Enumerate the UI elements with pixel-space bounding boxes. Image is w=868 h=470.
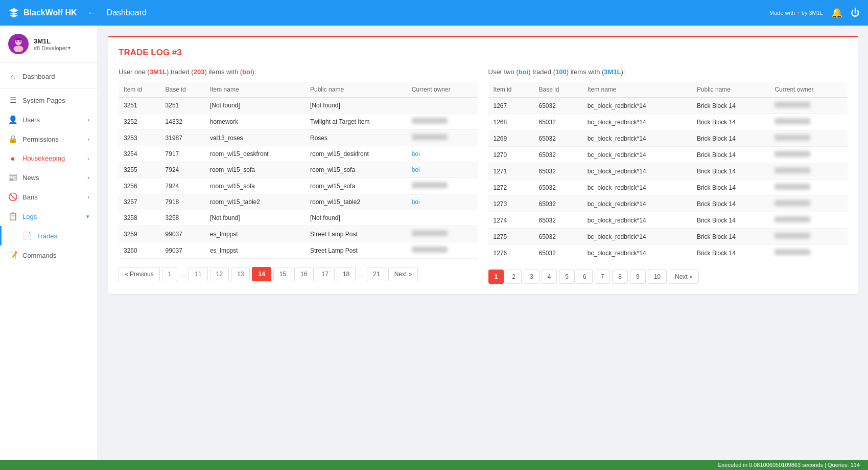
cell-item-name: bc_block_redbrick*14 — [582, 147, 692, 163]
col-public-name-left: Public name — [305, 82, 407, 98]
sidebar-item-logs[interactable]: 📋 Logs ▾ — [0, 207, 98, 226]
cell-base-id: 31987 — [160, 130, 205, 146]
page-btn-14-left[interactable]: 14 — [252, 267, 271, 281]
cell-item-id: 1270 — [488, 147, 534, 163]
user-two-partner: 3M1L — [604, 68, 621, 76]
cell-item-name: room_wl15_sofa — [205, 178, 305, 194]
sidebar-label-users: Users — [22, 116, 40, 124]
cell-item-id: 3254 — [119, 146, 160, 162]
main-content: TRADE LOG #3 User one (3M1L) traded (203… — [98, 26, 868, 460]
cell-owner — [407, 98, 478, 114]
trade-table-left: Item id Base id Item name Public name Cu… — [119, 82, 478, 259]
cell-item-name: bc_block_redbrick*14 — [582, 180, 692, 196]
owner-value-blurred — [775, 167, 810, 173]
page-btn-1-left[interactable]: 1 — [162, 267, 178, 281]
cell-item-name: es_lmppst — [205, 226, 305, 242]
sidebar-item-users[interactable]: 👤 Users › — [0, 110, 98, 129]
page-btn-1-right[interactable]: 1 — [488, 270, 504, 284]
cell-base-id: 65032 — [533, 147, 582, 163]
news-icon: 📰 — [8, 173, 17, 182]
page-btn-6-right[interactable]: 6 — [577, 270, 593, 284]
page-btn-5-right[interactable]: 5 — [559, 270, 575, 284]
table-row: 3257 7918 room_wl15_table2 room_wl15_tab… — [119, 194, 478, 210]
back-button[interactable]: ← — [87, 8, 97, 18]
page-btn-2-right[interactable]: 2 — [506, 270, 522, 284]
brand-icon — [8, 7, 19, 18]
table-row: 3252 14332 homework Twilight at Target I… — [119, 114, 478, 130]
table-row: 1267 65032 bc_block_redbrick*14 Brick Bl… — [488, 98, 848, 114]
owner-value-blurred — [412, 182, 448, 188]
cell-base-id: 3251 — [160, 98, 205, 114]
notification-icon[interactable]: 🔔 — [831, 7, 842, 18]
sidebar-item-news[interactable]: 📰 News › — [0, 168, 98, 187]
owner-value-blurred — [775, 200, 810, 206]
cell-owner: boi — [407, 146, 478, 162]
cell-base-id: 3258 — [160, 210, 205, 226]
owner-value-blurred — [412, 118, 448, 124]
sidebar-label-dashboard: Dashboard — [22, 73, 55, 80]
housekeeping-chevron: › — [87, 155, 89, 162]
cell-item-id: 3260 — [119, 242, 160, 259]
page-btn-13-left[interactable]: 13 — [231, 267, 250, 281]
next-button-right[interactable]: Next » — [669, 270, 699, 284]
nav-divider-1 — [0, 88, 98, 88]
page-btn-21-left[interactable]: 21 — [367, 267, 386, 281]
trade-header-right: User two (boi) traded (100) items with (… — [488, 68, 848, 76]
page-btn-15-left[interactable]: 15 — [273, 267, 292, 281]
page-btn-9-right[interactable]: 9 — [630, 270, 646, 284]
owner-value-blurred — [775, 135, 810, 141]
table-row: 3255 7924 room_wl15_sofa room_wl15_sofa … — [119, 162, 478, 178]
page-btn-16-left[interactable]: 16 — [294, 267, 313, 281]
table-row: 1274 65032 bc_block_redbrick*14 Brick Bl… — [488, 212, 848, 229]
next-button-left[interactable]: Next » — [388, 267, 418, 281]
brand-name: BlackWolf HK — [24, 8, 77, 17]
page-btn-10-right[interactable]: 10 — [648, 270, 667, 284]
cell-base-id: 65032 — [533, 163, 582, 180]
cell-owner — [769, 212, 848, 229]
cell-public-name: Brick Block 14 — [692, 147, 770, 163]
tagline: Made with ♥ by 3M1L — [769, 10, 823, 16]
power-icon[interactable]: ⏻ — [851, 8, 860, 18]
page-btn-8-right[interactable]: 8 — [612, 270, 628, 284]
owner-value-blurred — [775, 151, 810, 157]
sidebar-item-commands[interactable]: 📝 Commands — [0, 245, 98, 265]
cell-owner — [407, 226, 478, 242]
table-row: 3254 7917 room_wl15_deskfront room_wl15_… — [119, 146, 478, 162]
cell-base-id: 99037 — [160, 242, 205, 259]
cell-item-id: 1268 — [488, 114, 534, 130]
owner-value-blurred — [775, 233, 810, 239]
cell-item-name: room_wl15_table2 — [205, 194, 305, 210]
svg-point-4 — [19, 40, 21, 42]
page-btn-11-left[interactable]: 11 — [189, 267, 207, 281]
cell-public-name: Brick Block 14 — [692, 98, 770, 114]
owner-value: boi — [412, 166, 420, 173]
page-btn-4-right[interactable]: 4 — [542, 270, 557, 284]
owner-value-blurred — [775, 118, 810, 124]
sidebar-item-dashboard[interactable]: ⌂ Dashboard — [0, 67, 98, 86]
sidebar-item-housekeeping[interactable]: ● Housekeeping › — [0, 149, 98, 168]
cell-public-name: Brick Block 14 — [692, 130, 770, 147]
cell-item-name: bc_block_redbrick*14 — [582, 163, 692, 180]
page-btn-7-right[interactable]: 7 — [595, 270, 611, 284]
cell-base-id: 65032 — [533, 114, 582, 130]
cell-base-id: 7924 — [160, 178, 205, 194]
sidebar-item-bans[interactable]: 🚫 Bans › — [0, 187, 98, 207]
cell-public-name: Brick Block 14 — [692, 229, 770, 245]
sidebar-item-trades[interactable]: 📄 Trades — [0, 226, 98, 245]
sidebar-item-system-pages[interactable]: ☰ System Pages — [0, 91, 98, 110]
page-btn-12-left[interactable]: 12 — [210, 267, 229, 281]
trade-sections: User one (3M1L) traded (203) items with … — [119, 68, 848, 284]
sidebar-label-bans: Bans — [22, 193, 38, 201]
cell-public-name: Street Lamp Post — [305, 242, 407, 259]
sidebar-item-permissions[interactable]: 🔒 Permissions › — [0, 129, 98, 149]
pagination-right: 1 2 3 4 5 6 7 8 9 10 Next » — [488, 270, 848, 284]
prev-button-left[interactable]: « Previous — [119, 267, 160, 281]
cell-public-name: Brick Block 14 — [692, 212, 770, 229]
sidebar-label-news: News — [22, 174, 39, 182]
page-btn-17-left[interactable]: 17 — [316, 267, 335, 281]
page-btn-18-left[interactable]: 18 — [337, 267, 356, 281]
page-btn-3-right[interactable]: 3 — [524, 270, 539, 284]
cell-public-name: room_wl15_table2 — [305, 194, 407, 210]
cell-owner — [769, 114, 848, 130]
cell-item-id: 3259 — [119, 226, 160, 242]
